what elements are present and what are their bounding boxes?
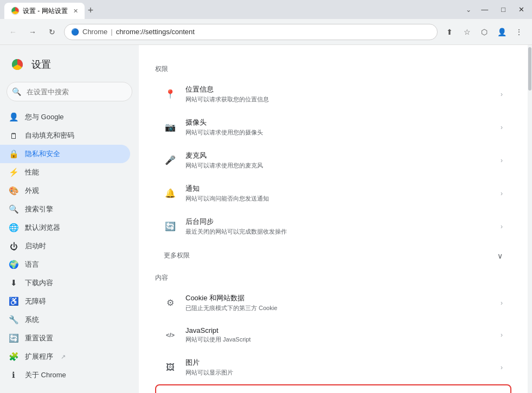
collapse-chevron-icon: ∨ bbox=[497, 252, 503, 260]
sidebar-item-privacy[interactable]: 🔒 隐私和安全 bbox=[0, 145, 130, 163]
sidebar-item-about[interactable]: ℹ 关于 Chrome bbox=[0, 366, 130, 384]
row-text-background-sync: 后台同步 最近关闭的网站可以完成数据收发操作 bbox=[185, 217, 492, 236]
url-bar[interactable]: 🔵 Chrome | chrome://settings/content bbox=[64, 24, 438, 40]
about-icon: ℹ bbox=[9, 370, 18, 380]
sidebar-items: 👤 您与 Google 🗒 自动填充和密码 🔒 隐私和安全 ⚡ 性能 🎨 外观 … bbox=[0, 108, 139, 384]
browser-icon: 🌐 bbox=[9, 223, 18, 233]
settings-row-images[interactable]: 🖼 图片 网站可以显示图片 › bbox=[155, 351, 511, 383]
back-button[interactable]: ← bbox=[5, 24, 21, 40]
tabs-container: 设置 - 网站设置 ✕ + bbox=[4, 0, 93, 19]
row-title-notifications: 通知 bbox=[185, 184, 492, 194]
appearance-icon: 🎨 bbox=[9, 186, 18, 196]
sidebar-item-appearance[interactable]: 🎨 外观 bbox=[0, 182, 130, 200]
row-text-javascript: JavaScript 网站可以使用 JavaScript bbox=[185, 326, 492, 344]
refresh-button[interactable]: ↻ bbox=[44, 24, 60, 40]
sidebar-item-label: 关于 Chrome bbox=[25, 370, 66, 380]
site-security-icon: 🔵 bbox=[71, 28, 79, 36]
sidebar-item-startup[interactable]: ⏻ 启动时 bbox=[0, 237, 130, 255]
sidebar-item-label: 系统 bbox=[25, 315, 39, 325]
row-desc-microphone: 网站可以请求使用您的麦克风 bbox=[185, 162, 492, 170]
settings-row-cookies[interactable]: ⚙ Cookie 和网站数据 已阻止无痕模式下的第三方 Cookie › bbox=[155, 287, 511, 319]
row-text-camera: 摄像头 网站可以请求使用您的摄像头 bbox=[185, 118, 492, 137]
sidebar-item-google[interactable]: 👤 您与 Google bbox=[0, 108, 130, 126]
row-title-background-sync: 后台同步 bbox=[185, 217, 492, 227]
sidebar-item-autofill[interactable]: 🗒 自动填充和密码 bbox=[0, 126, 130, 145]
addressbar: ← → ↻ 🔵 Chrome | chrome://settings/conte… bbox=[0, 19, 532, 45]
sidebar-search-input[interactable] bbox=[7, 82, 132, 101]
main-layout: 设置 🔍 👤 您与 Google 🗒 自动填充和密码 🔒 隐私和安全 bbox=[0, 45, 532, 393]
active-tab[interactable]: 设置 - 网站设置 ✕ bbox=[4, 3, 85, 19]
chevron-down-icon: ⌄ bbox=[466, 6, 471, 14]
notifications-icon: 🔔 bbox=[164, 187, 177, 200]
settings-row-microphone[interactable]: 🎤 麦克风 网站可以请求使用您的麦克风 › bbox=[155, 144, 511, 176]
row-text-notifications: 通知 网站可以询问能否向您发送通知 bbox=[185, 184, 492, 203]
section-content-title: 内容 bbox=[155, 273, 511, 282]
menu-button[interactable]: ⋮ bbox=[511, 24, 527, 40]
external-link-icon: ↗ bbox=[61, 353, 66, 360]
chrome-logo-icon bbox=[9, 56, 26, 73]
settings-row-camera[interactable]: 📷 摄像头 网站可以请求使用您的摄像头 › bbox=[155, 111, 511, 143]
settings-row-background-sync[interactable]: 🔄 后台同步 最近关闭的网站可以完成数据收发操作 › bbox=[155, 210, 511, 242]
cookie-icon: ⚙ bbox=[164, 297, 177, 310]
addressbar-actions: ⬆ ☆ ⬡ 👤 ⋮ bbox=[442, 24, 527, 40]
sidebar-item-browser[interactable]: 🌐 默认浏览器 bbox=[0, 218, 130, 237]
sidebar-item-label: 重置设置 bbox=[25, 333, 53, 343]
sidebar-item-search[interactable]: 🔍 搜索引擎 bbox=[0, 200, 130, 218]
sidebar-item-performance[interactable]: ⚡ 性能 bbox=[0, 163, 130, 182]
sidebar-item-label: 自动填充和密码 bbox=[25, 131, 74, 140]
sidebar-header: 设置 bbox=[0, 51, 139, 82]
row-title-microphone: 麦克风 bbox=[185, 151, 492, 160]
settings-row-javascript[interactable]: </> JavaScript 网站可以使用 JavaScript › bbox=[155, 320, 511, 350]
camera-icon: 📷 bbox=[164, 121, 177, 134]
sidebar-item-download[interactable]: ⬇ 下载内容 bbox=[0, 274, 130, 292]
chevron-right-icon: › bbox=[501, 124, 503, 131]
sidebar-search-container: 🔍 bbox=[7, 82, 132, 101]
download-icon: ⬇ bbox=[9, 278, 18, 288]
profile-button[interactable]: 👤 bbox=[494, 24, 509, 40]
sidebar-item-label: 启动时 bbox=[25, 241, 46, 251]
minimize-button[interactable]: — bbox=[478, 4, 491, 15]
tab-close-button[interactable]: ✕ bbox=[73, 8, 78, 15]
more-permissions-toggle[interactable]: 更多权限 ∨ bbox=[155, 247, 511, 265]
language-icon: 🌍 bbox=[9, 260, 18, 269]
row-title-javascript: JavaScript bbox=[185, 326, 492, 334]
row-text-cookies: Cookie 和网站数据 已阻止无痕模式下的第三方 Cookie bbox=[185, 293, 492, 312]
settings-row-popups[interactable]: 弹出式窗口和重定向 不允许网站显示弹出式窗口或使用重定向 › bbox=[155, 384, 511, 393]
settings-row-notifications[interactable]: 🔔 通知 网站可以询问能否向您发送通知 › bbox=[155, 177, 511, 209]
sidebar-search-icon: 🔍 bbox=[12, 87, 21, 96]
autofill-icon: 🗒 bbox=[9, 131, 18, 140]
sidebar-item-label: 扩展程序 bbox=[25, 352, 53, 362]
row-title-images: 图片 bbox=[185, 358, 492, 368]
close-button[interactable]: ✕ bbox=[515, 4, 528, 15]
sidebar-title: 设置 bbox=[31, 58, 51, 71]
row-desc-javascript: 网站可以使用 JavaScript bbox=[185, 336, 492, 344]
row-text-location: 位置信息 网站可以请求获取您的位置信息 bbox=[185, 85, 492, 104]
scroll-thumb[interactable] bbox=[528, 47, 531, 91]
window-controls: ⌄ — □ ✕ bbox=[466, 4, 528, 15]
scrollbar[interactable] bbox=[528, 45, 532, 393]
bookmark-button[interactable]: ☆ bbox=[459, 24, 475, 40]
sidebar-item-label: 性能 bbox=[25, 167, 39, 177]
extension-button[interactable]: ⬡ bbox=[477, 24, 492, 40]
sidebar-item-language[interactable]: 🌍 语言 bbox=[0, 255, 130, 274]
tab-favicon bbox=[11, 7, 20, 15]
sidebar: 设置 🔍 👤 您与 Google 🗒 自动填充和密码 🔒 隐私和安全 bbox=[0, 45, 139, 393]
forward-button[interactable]: → bbox=[25, 24, 40, 40]
sidebar-item-extensions[interactable]: 🧩 扩展程序 ↗ bbox=[0, 347, 130, 366]
row-desc-notifications: 网站可以询问能否向您发送通知 bbox=[185, 195, 492, 203]
sidebar-item-accessibility[interactable]: ♿ 无障碍 bbox=[0, 292, 130, 311]
share-button[interactable]: ⬆ bbox=[442, 24, 457, 40]
settings-row-location[interactable]: 📍 位置信息 网站可以请求获取您的位置信息 › bbox=[155, 78, 511, 110]
row-desc-cookies: 已阻止无痕模式下的第三方 Cookie bbox=[185, 304, 492, 312]
person-icon: 👤 bbox=[9, 112, 18, 122]
microphone-icon: 🎤 bbox=[164, 154, 177, 167]
new-tab-button[interactable]: + bbox=[88, 5, 94, 16]
reset-icon: 🔄 bbox=[9, 333, 18, 343]
url-site-label: Chrome bbox=[82, 28, 107, 36]
tab-title: 设置 - 网站设置 bbox=[23, 7, 68, 16]
sync-icon: 🔄 bbox=[164, 220, 177, 233]
sidebar-item-system[interactable]: 🔧 系统 bbox=[0, 311, 130, 329]
row-desc-images: 网站可以显示图片 bbox=[185, 369, 492, 377]
sidebar-item-reset[interactable]: 🔄 重置设置 bbox=[0, 329, 130, 347]
maximize-button[interactable]: □ bbox=[498, 4, 509, 15]
